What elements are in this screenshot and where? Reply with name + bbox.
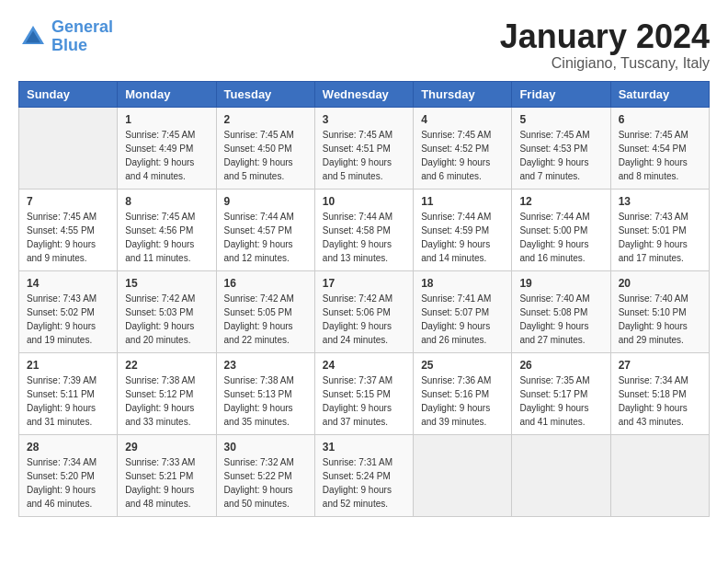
day-cell: 26Sunrise: 7:35 AMSunset: 5:17 PMDayligh…: [512, 352, 610, 434]
day-info: Sunrise: 7:32 AMSunset: 5:22 PMDaylight:…: [224, 455, 307, 511]
day-number: 31: [323, 441, 405, 454]
day-cell: 11Sunrise: 7:44 AMSunset: 4:59 PMDayligh…: [414, 189, 512, 270]
day-info: Sunrise: 7:45 AMSunset: 4:52 PMDaylight:…: [421, 128, 504, 183]
day-cell: 10Sunrise: 7:44 AMSunset: 4:58 PMDayligh…: [314, 189, 413, 270]
day-number: 2: [224, 113, 307, 126]
calendar-header-row: SundayMondayTuesdayWednesdayThursdayFrid…: [19, 81, 710, 107]
day-number: 27: [619, 359, 701, 372]
day-header-tuesday: Tuesday: [216, 81, 314, 107]
day-cell: 14Sunrise: 7:43 AMSunset: 5:02 PMDayligh…: [19, 270, 118, 352]
day-number: 10: [323, 195, 405, 208]
day-header-thursday: Thursday: [414, 81, 512, 107]
day-info: Sunrise: 7:33 AMSunset: 5:21 PMDaylight:…: [125, 455, 208, 511]
day-number: 13: [619, 195, 701, 208]
day-cell: 3Sunrise: 7:45 AMSunset: 4:51 PMDaylight…: [314, 107, 413, 189]
day-info: Sunrise: 7:35 AMSunset: 5:17 PMDaylight:…: [519, 373, 602, 429]
day-info: Sunrise: 7:31 AMSunset: 5:24 PMDaylight:…: [323, 455, 405, 511]
day-cell: 19Sunrise: 7:40 AMSunset: 5:08 PMDayligh…: [512, 270, 610, 352]
week-row-4: 21Sunrise: 7:39 AMSunset: 5:11 PMDayligh…: [19, 352, 710, 434]
day-info: Sunrise: 7:45 AMSunset: 4:51 PMDaylight:…: [323, 128, 405, 183]
day-cell: 1Sunrise: 7:45 AMSunset: 4:49 PMDaylight…: [118, 107, 216, 189]
logo-text: General Blue: [51, 18, 113, 55]
day-number: 11: [421, 195, 504, 208]
day-cell: 22Sunrise: 7:38 AMSunset: 5:12 PMDayligh…: [118, 352, 216, 434]
day-cell: [19, 107, 118, 189]
day-number: 1: [125, 113, 208, 126]
day-info: Sunrise: 7:45 AMSunset: 4:54 PMDaylight:…: [619, 128, 701, 183]
day-number: 6: [619, 113, 701, 126]
day-number: 8: [125, 195, 208, 208]
week-row-2: 7Sunrise: 7:45 AMSunset: 4:55 PMDaylight…: [19, 189, 710, 270]
day-cell: [414, 434, 512, 516]
day-number: 28: [27, 441, 109, 454]
day-header-friday: Friday: [512, 81, 610, 107]
day-header-wednesday: Wednesday: [314, 81, 413, 107]
day-info: Sunrise: 7:38 AMSunset: 5:13 PMDaylight:…: [224, 373, 307, 429]
day-number: 26: [519, 359, 602, 372]
day-info: Sunrise: 7:45 AMSunset: 4:55 PMDaylight:…: [27, 210, 109, 265]
day-cell: 25Sunrise: 7:36 AMSunset: 5:16 PMDayligh…: [414, 352, 512, 434]
day-info: Sunrise: 7:34 AMSunset: 5:18 PMDaylight:…: [619, 373, 701, 429]
day-header-sunday: Sunday: [19, 81, 118, 107]
day-number: 12: [519, 195, 602, 208]
day-number: 7: [27, 195, 109, 208]
day-info: Sunrise: 7:39 AMSunset: 5:11 PMDaylight:…: [27, 373, 109, 429]
day-cell: 13Sunrise: 7:43 AMSunset: 5:01 PMDayligh…: [610, 189, 709, 270]
day-cell: 18Sunrise: 7:41 AMSunset: 5:07 PMDayligh…: [414, 270, 512, 352]
day-info: Sunrise: 7:44 AMSunset: 4:58 PMDaylight:…: [323, 210, 405, 265]
logo-icon: [18, 22, 48, 52]
day-info: Sunrise: 7:43 AMSunset: 5:02 PMDaylight:…: [27, 292, 109, 347]
day-number: 4: [421, 113, 504, 126]
day-cell: 5Sunrise: 7:45 AMSunset: 4:53 PMDaylight…: [512, 107, 610, 189]
day-cell: 4Sunrise: 7:45 AMSunset: 4:52 PMDaylight…: [414, 107, 512, 189]
week-row-1: 1Sunrise: 7:45 AMSunset: 4:49 PMDaylight…: [19, 107, 710, 189]
day-cell: 31Sunrise: 7:31 AMSunset: 5:24 PMDayligh…: [314, 434, 413, 516]
calendar-table: SundayMondayTuesdayWednesdayThursdayFrid…: [18, 81, 710, 517]
day-number: 9: [224, 195, 307, 208]
day-cell: 27Sunrise: 7:34 AMSunset: 5:18 PMDayligh…: [610, 352, 709, 434]
day-number: 22: [125, 359, 208, 372]
day-info: Sunrise: 7:34 AMSunset: 5:20 PMDaylight:…: [27, 455, 109, 511]
day-number: 21: [27, 359, 109, 372]
day-info: Sunrise: 7:40 AMSunset: 5:10 PMDaylight:…: [619, 292, 701, 347]
day-cell: 9Sunrise: 7:44 AMSunset: 4:57 PMDaylight…: [216, 189, 314, 270]
day-info: Sunrise: 7:42 AMSunset: 5:05 PMDaylight:…: [224, 292, 307, 347]
day-number: 19: [519, 277, 602, 290]
day-info: Sunrise: 7:44 AMSunset: 4:57 PMDaylight:…: [224, 210, 307, 265]
day-cell: [512, 434, 610, 516]
day-cell: 16Sunrise: 7:42 AMSunset: 5:05 PMDayligh…: [216, 270, 314, 352]
day-info: Sunrise: 7:45 AMSunset: 4:56 PMDaylight:…: [125, 210, 208, 265]
day-info: Sunrise: 7:37 AMSunset: 5:15 PMDaylight:…: [323, 373, 405, 429]
day-cell: 6Sunrise: 7:45 AMSunset: 4:54 PMDaylight…: [610, 107, 709, 189]
day-header-monday: Monday: [118, 81, 216, 107]
day-cell: 17Sunrise: 7:42 AMSunset: 5:06 PMDayligh…: [314, 270, 413, 352]
location: Cinigiano, Tuscany, Italy: [500, 55, 710, 72]
day-info: Sunrise: 7:40 AMSunset: 5:08 PMDaylight:…: [519, 292, 602, 347]
day-number: 15: [125, 277, 208, 290]
day-info: Sunrise: 7:38 AMSunset: 5:12 PMDaylight:…: [125, 373, 208, 429]
day-info: Sunrise: 7:43 AMSunset: 5:01 PMDaylight:…: [619, 210, 701, 265]
day-cell: 28Sunrise: 7:34 AMSunset: 5:20 PMDayligh…: [19, 434, 118, 516]
day-info: Sunrise: 7:45 AMSunset: 4:50 PMDaylight:…: [224, 128, 307, 183]
page-header: General Blue January 2024 Cinigiano, Tus…: [18, 18, 710, 72]
day-number: 20: [619, 277, 701, 290]
day-number: 3: [323, 113, 405, 126]
week-row-3: 14Sunrise: 7:43 AMSunset: 5:02 PMDayligh…: [19, 270, 710, 352]
day-cell: 30Sunrise: 7:32 AMSunset: 5:22 PMDayligh…: [216, 434, 314, 516]
day-header-saturday: Saturday: [610, 81, 709, 107]
day-info: Sunrise: 7:44 AMSunset: 4:59 PMDaylight:…: [421, 210, 504, 265]
day-cell: 7Sunrise: 7:45 AMSunset: 4:55 PMDaylight…: [19, 189, 118, 270]
day-cell: 20Sunrise: 7:40 AMSunset: 5:10 PMDayligh…: [610, 270, 709, 352]
day-info: Sunrise: 7:42 AMSunset: 5:03 PMDaylight:…: [125, 292, 208, 347]
month-title: January 2024: [500, 18, 710, 55]
day-number: 25: [421, 359, 504, 372]
day-info: Sunrise: 7:42 AMSunset: 5:06 PMDaylight:…: [323, 292, 405, 347]
day-info: Sunrise: 7:45 AMSunset: 4:49 PMDaylight:…: [125, 128, 208, 183]
day-number: 29: [125, 441, 208, 454]
day-info: Sunrise: 7:41 AMSunset: 5:07 PMDaylight:…: [421, 292, 504, 347]
day-cell: 24Sunrise: 7:37 AMSunset: 5:15 PMDayligh…: [314, 352, 413, 434]
logo-general: General: [51, 17, 113, 36]
day-cell: 23Sunrise: 7:38 AMSunset: 5:13 PMDayligh…: [216, 352, 314, 434]
logo: General Blue: [18, 18, 113, 55]
day-number: 16: [224, 277, 307, 290]
